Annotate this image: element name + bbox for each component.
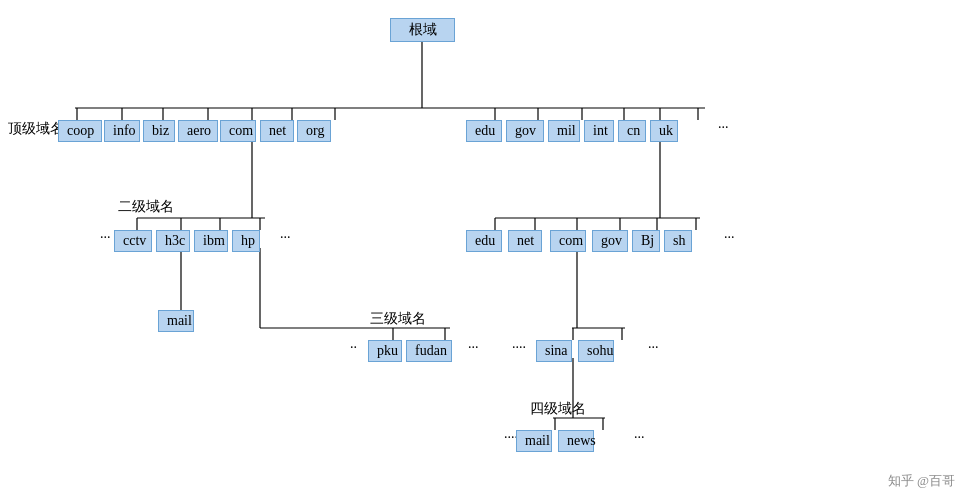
- dots-sld-left-right: ···: [280, 230, 291, 246]
- third-pku: pku: [368, 340, 402, 362]
- tld-mil: mil: [548, 120, 580, 142]
- sld-bj: Bj: [632, 230, 660, 252]
- tld-org: org: [297, 120, 331, 142]
- tld-com: com: [220, 120, 256, 142]
- sld-com: com: [550, 230, 586, 252]
- tld-net: net: [260, 120, 294, 142]
- dots-tld-right: ···: [718, 120, 729, 136]
- label-level3: 三级域名: [370, 310, 426, 328]
- label-level1: 顶级域名: [8, 120, 64, 138]
- fourth-mail: mail: [516, 430, 552, 452]
- dns-diagram: 根域 顶级域名 ·· ··· coop info biz aero com ne…: [0, 0, 970, 500]
- tld-gov: gov: [506, 120, 544, 142]
- tld-cn: cn: [618, 120, 646, 142]
- dots-tld-left: ··: [42, 120, 49, 136]
- sld-h3c: h3c: [156, 230, 190, 252]
- dots-third-sina-left: ····: [512, 340, 526, 356]
- fourth-news: news: [558, 430, 594, 452]
- dots-fourth-right: ···: [634, 430, 645, 446]
- dots-third-mid: ···: [468, 340, 479, 356]
- root-node: 根域: [390, 18, 455, 42]
- dots-third-left: ··: [350, 340, 357, 356]
- label-level4: 四级域名: [530, 400, 586, 418]
- sld-hp: hp: [232, 230, 260, 252]
- sld-ibm: ibm: [194, 230, 228, 252]
- sld-edu: edu: [466, 230, 502, 252]
- tld-int: int: [584, 120, 614, 142]
- tld-edu: edu: [466, 120, 502, 142]
- dots-sld-right-right: ···: [724, 230, 735, 246]
- watermark: 知乎 @百哥: [888, 472, 955, 490]
- sld-net: net: [508, 230, 542, 252]
- tld-coop: coop: [58, 120, 102, 142]
- third-mail-left: mail: [158, 310, 194, 332]
- tld-biz: biz: [143, 120, 175, 142]
- tld-uk: uk: [650, 120, 678, 142]
- third-sohu: sohu: [578, 340, 614, 362]
- third-sina: sina: [536, 340, 572, 362]
- dots-third-right: ···: [648, 340, 659, 356]
- third-fudan: fudan: [406, 340, 452, 362]
- tld-info: info: [104, 120, 140, 142]
- sld-sh: sh: [664, 230, 692, 252]
- label-level2: 二级域名: [118, 198, 174, 216]
- dots-sld-left: ···: [100, 230, 111, 246]
- sld-cctv: cctv: [114, 230, 152, 252]
- tld-aero: aero: [178, 120, 218, 142]
- sld-gov: gov: [592, 230, 628, 252]
